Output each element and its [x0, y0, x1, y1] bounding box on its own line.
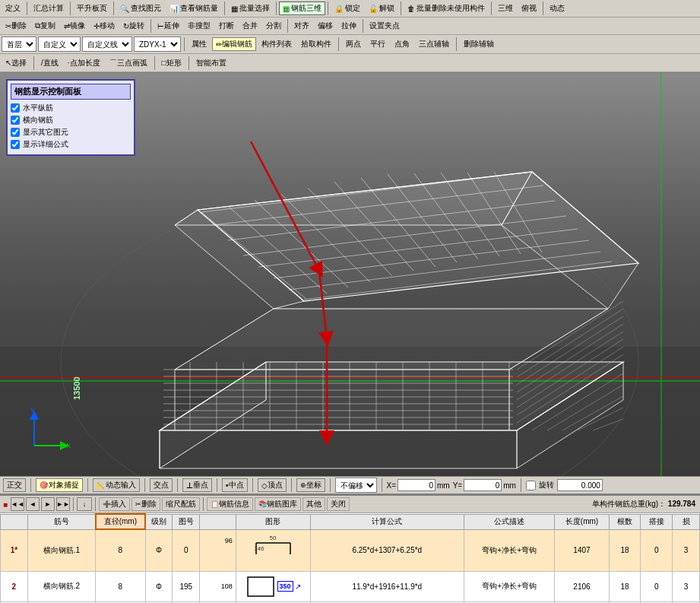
btn-scale-config[interactable]: 缩尺配筋	[162, 497, 200, 511]
btn-next[interactable]: ►	[41, 497, 55, 511]
btn-smart-layout[interactable]: 智能布置	[192, 56, 230, 70]
btn-first[interactable]: ◄◄	[11, 497, 24, 511]
btn-parallel[interactable]: 平行	[366, 37, 389, 51]
checkbox-transverse[interactable]	[11, 116, 20, 125]
zdyx-select[interactable]: ZDYX-1	[134, 36, 181, 52]
rotate-checkbox[interactable]	[526, 481, 536, 490]
cell-count-2: 18	[609, 571, 641, 601]
btn-midpoint[interactable]: • 中点	[222, 478, 248, 492]
btn-extend[interactable]: ⊢ 延伸	[154, 19, 183, 33]
btn-summary[interactable]: 汇总计算	[30, 2, 68, 15]
btn-orthogonal[interactable]: 正交	[3, 478, 26, 492]
btn-select[interactable]: ↖ 选择	[2, 56, 30, 70]
btn-define[interactable]: 定义	[2, 2, 24, 15]
table-row[interactable]: 2 横向钢筋.2 8 Φ 195 108	[1, 571, 700, 601]
btn-three-point-arc[interactable]: ⌒ 三点画弧	[106, 56, 151, 70]
btn-point-angle[interactable]: 点角	[391, 37, 413, 51]
cell-figure-1: 0	[173, 529, 200, 571]
btn-align[interactable]: 对齐	[290, 19, 313, 33]
btn-set-grip[interactable]: 设置夹点	[366, 19, 404, 33]
x-input[interactable]	[398, 479, 436, 491]
btn-insert[interactable]: ➕ 插入	[99, 497, 130, 511]
btn-pick-component[interactable]: 拾取构件	[297, 37, 335, 51]
btn-find-element[interactable]: 🔍 查找图元	[116, 2, 165, 15]
btn-batch-select[interactable]: ▦ 批量选择	[227, 2, 274, 15]
cell-diameter-1: 8	[96, 529, 146, 571]
btn-dynamic-input[interactable]: 📐 动态输入	[93, 478, 140, 492]
sep-status-10	[521, 478, 521, 492]
btn-line[interactable]: / 直线	[37, 56, 62, 70]
table-row[interactable]: 1* 横向钢筋.1 8 Φ 0 96	[1, 529, 700, 571]
btn-property[interactable]: 属性	[188, 37, 211, 51]
btn-intersection[interactable]: 交点	[150, 478, 173, 492]
btn-last[interactable]: ►►	[56, 497, 70, 511]
label-transverse: 横向钢筋	[23, 115, 53, 125]
btn-offset[interactable]: 偏移	[314, 19, 337, 33]
btn-delete-axis[interactable]: 删除辅轴	[460, 37, 498, 51]
checkbox-show-elements[interactable]	[11, 128, 20, 137]
offset-select[interactable]: 不偏移	[335, 478, 377, 493]
btn-prev[interactable]: ◄	[26, 497, 40, 511]
mode-select[interactable]: 自定义	[38, 36, 81, 52]
btn-view-rebar[interactable]: 📊 查看钢筋量	[166, 2, 222, 15]
sep-status-1	[30, 478, 31, 492]
btn-rebar-info[interactable]: 📋 钢筋信息	[207, 497, 253, 511]
btn-unlock[interactable]: 🔓 解锁	[365, 2, 398, 15]
rebar-table-container[interactable]: 筋号 直径(mm) 级别 图号 图形 计算公式 公式描述 长度(mm) 根数 搭…	[0, 513, 700, 603]
btn-rotate[interactable]: ↻ 旋转	[119, 19, 148, 33]
btn-vertex[interactable]: ◇ 顶点	[258, 478, 287, 492]
btn-rebar-library[interactable]: 📚 钢筋图库	[255, 497, 301, 511]
btn-close[interactable]: 关闭	[327, 497, 350, 511]
btn-3d[interactable]: 三维	[494, 2, 517, 15]
col-length: 长度(mm)	[555, 514, 609, 529]
layer-select[interactable]: 首层	[2, 36, 36, 52]
btn-coordinate[interactable]: ⊕ 坐标	[296, 478, 325, 492]
cell-name-2: 横向钢筋.2	[27, 571, 95, 601]
btn-dynamic[interactable]: 动态	[546, 2, 569, 15]
btn-merge[interactable]: 合并	[239, 19, 261, 33]
label-show-formula: 显示详细公式	[23, 139, 68, 150]
btn-delete[interactable]: ✂ 删除	[2, 19, 30, 33]
rotate-input[interactable]	[557, 479, 603, 491]
btn-three-point-axis[interactable]: 三点辅轴	[415, 37, 453, 51]
btn-copy[interactable]: ⧉ 复制	[31, 19, 59, 33]
btn-perpendicular[interactable]: ⊥ 垂点	[182, 478, 212, 492]
sep-1	[27, 2, 27, 15]
custom-select[interactable]: 自定义线	[82, 36, 132, 52]
cell-figure-2: 195	[173, 571, 200, 601]
btn-move[interactable]: ✛ 移动	[90, 19, 119, 33]
btn-top-view[interactable]: 俯视	[518, 2, 540, 15]
viewport-3d[interactable]: 13500 Y X 钢筋显示控制面板 水平纵筋 横向钢筋 显示其	[0, 73, 700, 476]
btn-component-list[interactable]: 构件列表	[258, 37, 296, 51]
btn-point-length[interactable]: · 点加长度	[64, 56, 104, 70]
btn-upgrade[interactable]: 平升板页	[73, 2, 111, 15]
rebar-table: 筋号 直径(mm) 级别 图号 图形 计算公式 公式描述 长度(mm) 根数 搭…	[0, 513, 700, 603]
panel-item-show-elements: 显示其它图元	[11, 127, 131, 138]
y-input[interactable]	[464, 479, 502, 491]
col-shape-main: 图形	[236, 514, 310, 529]
btn-split[interactable]: 分割	[262, 19, 285, 33]
btn-delete-row[interactable]: ✂ 删除	[131, 497, 160, 511]
col-grade: 级别	[145, 514, 173, 529]
sep-nav-3	[203, 497, 204, 511]
btn-rectangle[interactable]: □ 矩形	[158, 56, 185, 70]
checkbox-show-formula[interactable]	[11, 140, 20, 149]
sep-14	[338, 37, 339, 51]
btn-down[interactable]: ↓	[77, 497, 92, 511]
btn-lock[interactable]: 🔒 锁定	[331, 2, 364, 15]
btn-two-point[interactable]: 两点	[342, 37, 365, 51]
btn-rebar-3d[interactable]: ▦ 钢筋三维	[279, 2, 325, 15]
btn-object-snap[interactable]: 🎯 对象捕捉	[36, 478, 83, 492]
sep-status-3	[144, 478, 145, 492]
btn-others[interactable]: 其他	[302, 497, 325, 511]
btn-trim[interactable]: 非搜型	[184, 19, 214, 33]
sep-18	[188, 56, 189, 70]
btn-break[interactable]: 打断	[215, 19, 238, 33]
btn-edit-rebar[interactable]: ✏ 编辑钢筋	[212, 37, 256, 51]
btn-mirror[interactable]: ⇌ 镜像	[60, 19, 89, 33]
btn-stretch[interactable]: 拉伸	[337, 19, 360, 33]
sep-status-8	[330, 478, 331, 492]
checkbox-horizontal[interactable]	[11, 103, 20, 113]
sep-11	[287, 19, 288, 33]
btn-batch-delete[interactable]: 🗑 批量删除未使用构件	[404, 2, 489, 15]
